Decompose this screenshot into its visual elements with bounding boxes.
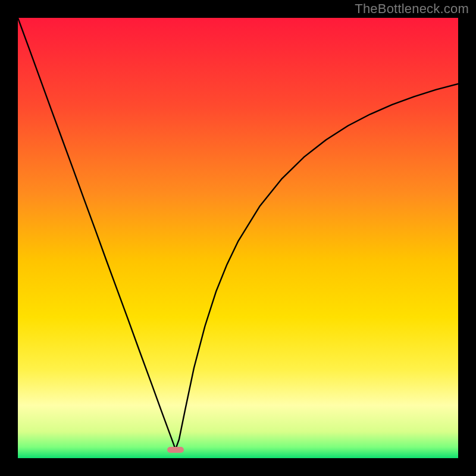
chart-frame: TheBottleneck.com bbox=[0, 0, 476, 476]
plot-area bbox=[18, 18, 458, 458]
bottleneck-curve bbox=[18, 18, 458, 458]
watermark-text: TheBottleneck.com bbox=[355, 1, 469, 17]
minimum-marker bbox=[167, 447, 184, 453]
